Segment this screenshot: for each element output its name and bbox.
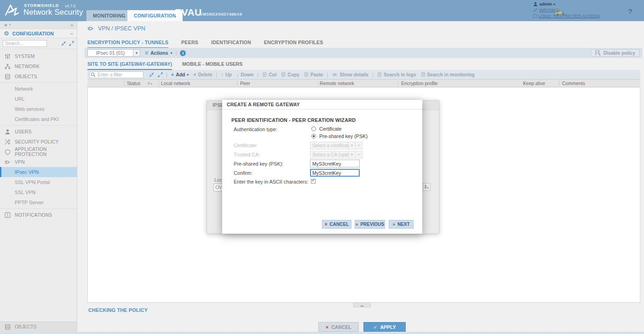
chevron-down-icon[interactable]: ▾ — [349, 151, 356, 159]
checking-policy-section[interactable]: CHECKING THE POLICY — [88, 307, 148, 313]
sidebar-item-users[interactable]: USERS — [0, 127, 77, 137]
collapse-all-icon[interactable] — [61, 41, 66, 46]
radio-checked-icon[interactable] — [311, 134, 316, 138]
radio-icon[interactable] — [311, 127, 316, 131]
sidebar-search-input[interactable] — [3, 40, 47, 47]
log-search-icon — [377, 72, 382, 77]
sidebar-item-objects[interactable]: OBJECTS — [0, 71, 77, 81]
sort-icon[interactable] — [147, 82, 152, 86]
cancel-button[interactable]: ×CANCEL — [318, 322, 359, 332]
chevrons-right-icon: » — [392, 222, 395, 227]
objects-bottom-bar[interactable]: OBJECTS — [0, 322, 77, 332]
col-encryption-profile[interactable]: Encryption profile — [401, 81, 438, 86]
sidebar-item-pptp-server[interactable]: PPTP Server — [0, 197, 77, 207]
tab-monitoring[interactable]: MONITORING — [86, 10, 132, 21]
show-details-button[interactable]: Show details — [332, 72, 368, 77]
sidebar-item-vpn[interactable]: VPN — [0, 157, 77, 167]
panel-collapse-handle[interactable] — [353, 303, 371, 307]
user-menu[interactable]: admin — [539, 1, 552, 6]
chevron-down-icon[interactable]: ▾ — [9, 23, 11, 27]
cut-button[interactable]: Cut — [262, 72, 276, 77]
col-remote-network[interactable]: Remote network — [320, 81, 354, 86]
filter-input[interactable] — [89, 71, 144, 78]
modal-next-button[interactable]: »NEXT — [389, 220, 414, 229]
sidebar-item-ipsec-vpn[interactable]: IPsec VPN — [0, 167, 77, 177]
write-mode-link[interactable]: WRITING — [539, 7, 558, 12]
policy-selector-caret[interactable]: ▾ — [133, 49, 140, 57]
col-keep-alive[interactable]: Keep alive — [501, 81, 545, 86]
paste-button[interactable]: Paste — [304, 72, 323, 77]
tab-peers[interactable]: PEERS — [181, 40, 198, 48]
sidebar-item-application-protection[interactable]: APPLICATION PROTECTION — [0, 147, 77, 157]
ascii-checkbox[interactable]: ✓ — [311, 179, 316, 184]
add-button[interactable]: +Add▾ — [171, 72, 189, 77]
sidebar-item-ssl-vpn-portal[interactable]: SSL VPN Portal — [0, 177, 77, 187]
sidebar-item-web-services[interactable]: Web services — [0, 104, 77, 114]
left-sidebar: ★ ▾ « ⚙ CONFIGURATION − SYSTEM NETWORK O… — [0, 21, 77, 334]
tab-site-to-site[interactable]: SITE TO SITE (GATEWAY-GATEWAY) — [87, 61, 172, 70]
star-icon[interactable]: ★ — [4, 23, 8, 28]
certificate-select-value[interactable]: Select a certificate — [310, 142, 349, 150]
move-up-button[interactable]: ↑Up — [221, 72, 232, 77]
sidebar-item-notifications[interactable]: NOTIFICATIONS — [0, 210, 77, 220]
clear-icon[interactable]: × — [356, 142, 362, 150]
sidebar-item-ssl-vpn[interactable]: SSL VPN — [0, 187, 77, 197]
x-icon: × — [325, 222, 328, 227]
search-in-logs-button[interactable]: Search in logs — [377, 72, 416, 77]
radio-pre-shared-key[interactable]: Pre-shared key (PSK) — [311, 133, 368, 139]
psk-input[interactable] — [310, 160, 360, 167]
copy-button[interactable]: Copy — [281, 72, 299, 77]
table-header: Status Local network Peer Remote network… — [87, 79, 640, 87]
divider — [0, 125, 77, 126]
col-local-network[interactable]: Local network — [161, 81, 190, 86]
configuration-section-header[interactable]: ⚙ CONFIGURATION − — [0, 29, 77, 38]
sidebar-item-objects-network[interactable]: Network — [0, 84, 77, 94]
delete-button[interactable]: ×Delete — [193, 72, 212, 77]
search-in-monitoring-button[interactable]: Search in monitoring — [421, 72, 475, 77]
actions-menu-button[interactable]: ≡ Actions ▾ — [145, 50, 172, 56]
tab-encryption-policy-tunnels[interactable]: ENCRYPTION POLICY - TUNNELS — [87, 40, 168, 48]
sidebar-item-network[interactable]: NETWORK — [0, 61, 77, 71]
sidebar-item-system[interactable]: SYSTEM — [0, 51, 77, 61]
object-picker-button[interactable] — [423, 183, 431, 191]
expand-all-icon[interactable] — [69, 41, 74, 46]
collapse-section-icon[interactable]: − — [70, 30, 73, 37]
sidebar-item-url[interactable]: URL — [0, 94, 77, 104]
clear-icon[interactable]: × — [356, 151, 362, 159]
expand-rows-icon[interactable] — [158, 72, 163, 77]
radio-certificate[interactable]: Certificate — [311, 126, 342, 132]
disable-policy-button[interactable]: Disable policy — [591, 49, 639, 57]
modal-previous-button[interactable]: «PREVIOUS — [355, 220, 385, 229]
collapse-sidebar-button[interactable]: « — [70, 22, 73, 28]
breadcrumb: VPN / IPSEC VPN — [87, 25, 145, 32]
chevron-down-icon[interactable]: ▾ — [553, 2, 555, 6]
local-network-value-fragment[interactable]: OVH — [213, 184, 223, 191]
sidebar-item-security-policy[interactable]: SECURITY POLICY — [0, 137, 77, 147]
collapse-rows-icon[interactable] — [149, 72, 154, 77]
logs-access-link[interactable]: LOGS: RESTRICTED ACCESS — [538, 13, 600, 18]
help-button[interactable]: ? — [628, 7, 632, 15]
policy-selector[interactable]: IPsec 01 (01) — [87, 49, 133, 57]
col-peer[interactable]: Peer — [240, 81, 250, 86]
col-status[interactable]: Status — [127, 81, 140, 86]
col-comments[interactable]: Comments — [562, 81, 585, 86]
divider — [0, 208, 77, 209]
tab-mobile-users[interactable]: MOBILE - MOBILE USERS — [182, 61, 242, 70]
network-icon — [5, 63, 11, 69]
divider — [0, 82, 77, 83]
certificate-label: Certificate: — [234, 143, 258, 148]
move-down-button[interactable]: ↓Down — [236, 72, 254, 77]
trusted-ca-select-value[interactable]: Select a CA (optiona — [310, 151, 349, 159]
modal-cancel-button[interactable]: ×CANCEL — [322, 220, 351, 229]
database-icon — [5, 74, 11, 80]
info-icon[interactable]: i — [180, 50, 186, 56]
confirm-psk-input[interactable] — [310, 169, 360, 177]
sidebar-item-certificates-pki[interactable]: Certificates and PKI — [0, 114, 77, 124]
apply-button[interactable]: ✓APPLY — [363, 322, 406, 332]
tab-identification[interactable]: IDENTIFICATION — [211, 40, 251, 48]
tab-configuration[interactable]: CONFIGURATION — [127, 10, 183, 21]
chevron-down-icon[interactable]: ▾ — [349, 142, 356, 150]
shield-icon — [5, 149, 11, 155]
tab-encryption-profiles[interactable]: ENCRYPTION PROFILES — [264, 40, 323, 48]
database-icon — [5, 324, 11, 330]
